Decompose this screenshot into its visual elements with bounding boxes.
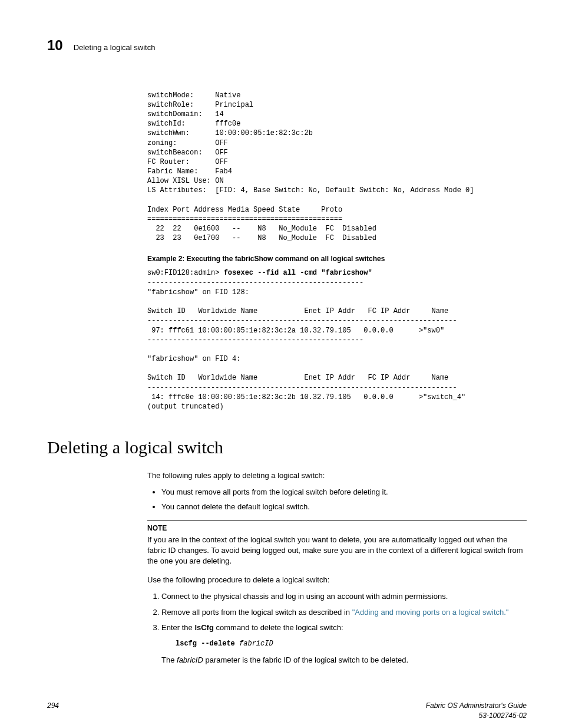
param-name: fabricID: [177, 655, 203, 664]
section-heading: Deleting a logical switch: [47, 435, 527, 460]
cli-command: fosexec --fid all -cmd "fabricshow": [224, 269, 372, 277]
guide-title: Fabric OS Administrator's Guide: [426, 701, 527, 711]
page-number: 294: [47, 701, 59, 721]
code-block-1: switchMode: Native switchRole: Principal…: [147, 91, 527, 243]
step-text: command to delete the logical switch:: [214, 623, 343, 632]
page-header: 10 Deleting a logical switch: [47, 35, 527, 55]
footer-right: Fabric OS Administrator's Guide 53-10027…: [426, 701, 527, 721]
command-line: lscfg --delete fabricID: [176, 638, 527, 649]
procedure-intro: Use the following procedure to delete a …: [147, 575, 527, 585]
code-block-2: sw0:FID128:admin> fosexec --fid all -cmd…: [147, 268, 527, 411]
step-text: Remove all ports from the logical switch…: [161, 608, 352, 617]
doc-number: 53-1002745-02: [426, 711, 527, 721]
note-text: If you are in the context of the logical…: [147, 535, 527, 567]
command-syntax: lscfg --delete: [176, 640, 235, 648]
rules-list: You must remove all ports from the logic…: [147, 487, 527, 512]
note-label: NOTE: [147, 523, 527, 533]
cross-reference-link[interactable]: "Adding and moving ports on a logical sw…: [352, 608, 509, 617]
section-body: The following rules apply to deleting a …: [147, 470, 527, 666]
example-2-title: Example 2: Executing the fabricShow comm…: [147, 254, 527, 264]
command-name: lsCfg: [194, 623, 214, 632]
list-item: Enter the lsCfg command to delete the lo…: [161, 622, 527, 666]
list-item: You must remove all ports from the logic…: [161, 487, 527, 498]
intro-paragraph: The following rules apply to deleting a …: [147, 470, 527, 481]
chapter-number: 10: [47, 35, 63, 55]
cli-output: ----------------------------------------…: [147, 279, 465, 411]
page-footer: 294 Fabric OS Administrator's Guide 53-1…: [47, 701, 527, 721]
step-tail: The fabricID parameter is the fabric ID …: [161, 655, 527, 666]
list-item: You cannot delete the default logical sw…: [161, 502, 527, 512]
list-item: Connect to the physical chassis and log …: [161, 591, 527, 602]
header-title: Deleting a logical switch: [74, 42, 156, 53]
procedure-list: Connect to the physical chassis and log …: [147, 591, 527, 666]
command-param: fabricID: [235, 640, 273, 648]
list-item: Remove all ports from the logical switch…: [161, 607, 527, 618]
note-block: NOTE If you are in the context of the lo…: [147, 521, 527, 566]
step-text: Enter the: [161, 623, 194, 632]
cli-prompt: sw0:FID128:admin>: [147, 269, 224, 277]
